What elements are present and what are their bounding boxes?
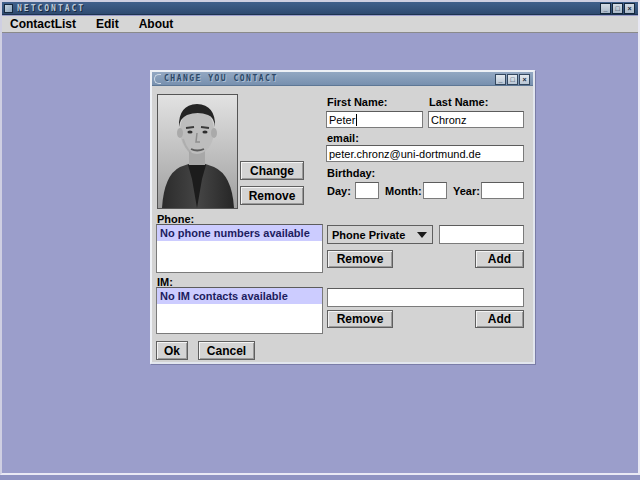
change-contact-dialog: CHANGE YOU CONTACT _ □ × (150, 70, 535, 364)
dialog-close-icon[interactable]: × (519, 74, 530, 85)
app-title: NETCONTACT (17, 4, 85, 13)
photo-change-button[interactable]: Change (240, 161, 304, 180)
text-caret (356, 114, 357, 126)
birthday-label: Birthday: (327, 167, 375, 179)
email-label: email: (327, 132, 359, 144)
dialog-minimize-icon[interactable]: _ (495, 74, 506, 85)
im-list[interactable]: No IM contacts available (156, 287, 323, 334)
phone-number-field[interactable] (439, 225, 524, 244)
app-titlebar: NETCONTACT (2, 2, 638, 15)
close-icon[interactable]: × (624, 3, 635, 14)
dialog-maximize-icon[interactable]: □ (507, 74, 518, 85)
first-name-field[interactable] (326, 111, 423, 128)
phone-type-value: Phone Private (332, 229, 405, 241)
minimize-icon[interactable]: _ (600, 3, 611, 14)
year-label: Year: (453, 185, 480, 197)
im-list-item[interactable]: No IM contacts available (157, 288, 322, 304)
menu-edit[interactable]: Edit (96, 17, 119, 31)
menu-about[interactable]: About (139, 17, 174, 31)
app-icon (4, 4, 13, 13)
im-remove-button[interactable]: Remove (327, 310, 393, 328)
cancel-button[interactable]: Cancel (198, 341, 255, 360)
contact-photo (157, 94, 238, 209)
ok-button[interactable]: Ok (156, 341, 188, 360)
day-field[interactable] (355, 182, 379, 199)
menubar: ContactList Edit About (2, 16, 638, 33)
dialog-titlebar: CHANGE YOU CONTACT (152, 72, 533, 86)
photo-remove-button[interactable]: Remove (240, 186, 304, 205)
last-name-label: Last Name: (429, 96, 488, 108)
maximize-icon[interactable]: □ (612, 3, 623, 14)
month-label: Month: (385, 185, 422, 197)
phone-type-select[interactable]: Phone Private (327, 225, 433, 244)
year-field[interactable] (481, 182, 524, 199)
day-label: Day: (327, 185, 351, 197)
app-window: NETCONTACT _ □ × ContactList Edit About … (0, 0, 640, 475)
first-name-label: First Name: (327, 96, 388, 108)
chevron-down-icon (417, 232, 427, 238)
phone-add-button[interactable]: Add (475, 250, 524, 268)
month-field[interactable] (423, 182, 447, 199)
im-add-button[interactable]: Add (475, 310, 524, 328)
menu-contactlist[interactable]: ContactList (10, 17, 76, 31)
im-contact-field[interactable] (327, 288, 524, 307)
dialog-tab-icon (154, 74, 161, 84)
phone-remove-button[interactable]: Remove (327, 250, 393, 268)
last-name-field[interactable] (428, 111, 524, 128)
email-field[interactable] (326, 145, 524, 162)
phone-list-item[interactable]: No phone numbers available (157, 225, 322, 241)
dialog-title: CHANGE YOU CONTACT (164, 74, 278, 83)
phone-list[interactable]: No phone numbers available (156, 224, 323, 273)
